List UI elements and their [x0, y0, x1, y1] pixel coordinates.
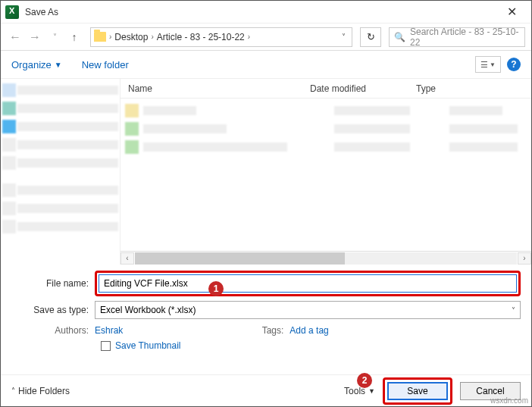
col-name[interactable]: Name [120, 83, 310, 94]
authors-value[interactable]: Eshrak [95, 325, 123, 336]
form-area: File name: Save as type: Excel Workbook … [1, 265, 531, 358]
col-date[interactable]: Date modified [310, 83, 416, 94]
chevron-down-icon: ▼ [55, 61, 62, 69]
save-button[interactable]: Save [387, 382, 448, 400]
save-as-dialog: Save As ✕ ← → ˅ ↑ › Desktop › Article - … [0, 0, 532, 407]
file-list-body[interactable] [120, 99, 531, 251]
refresh-button[interactable]: ↻ [360, 27, 381, 47]
col-type[interactable]: Type [416, 83, 531, 94]
footer: ˄ Hide Folders Tools ▼ Save Cancel [1, 374, 531, 406]
scroll-right-button[interactable]: › [518, 252, 531, 265]
checkbox-icon [101, 341, 111, 351]
tags-value[interactable]: Add a tag [289, 325, 328, 336]
folder-icon [94, 32, 106, 42]
chevron-right-icon: › [248, 33, 250, 41]
recent-dropdown[interactable]: ˅ [46, 29, 63, 45]
title-bar: Save As ✕ [1, 1, 531, 23]
address-bar[interactable]: › Desktop › Article - 83 - 25-10-22 › ˅ [90, 27, 352, 47]
search-input[interactable]: 🔍 Search Article - 83 - 25-10-22 [389, 27, 525, 47]
breadcrumb-folder[interactable]: Article - 83 - 25-10-22 [154, 32, 248, 42]
tags-label: Tags: [252, 325, 289, 336]
filename-input[interactable] [99, 274, 517, 293]
search-icon: 🔍 [394, 32, 405, 42]
nav-tree[interactable] [1, 79, 120, 265]
up-button[interactable]: ↑ [66, 29, 83, 45]
scroll-thumb[interactable] [135, 252, 345, 265]
body-area: Name Date modified Type ‹ › [1, 78, 531, 265]
chevron-down-icon: ▼ [490, 61, 496, 68]
chevron-down-icon: ˅ [512, 306, 515, 315]
window-title: Save As [25, 7, 496, 17]
save-type-label: Save as type: [11, 305, 95, 315]
excel-icon [5, 5, 19, 19]
annotation-2: 2 [357, 373, 372, 388]
column-headers[interactable]: Name Date modified Type [120, 79, 531, 99]
toolbar: Organize ▼ New folder ☰ ▼ ? [1, 51, 531, 78]
save-thumbnail-checkbox[interactable]: Save Thumbnail [101, 340, 521, 351]
hide-folders-button[interactable]: ˄ Hide Folders [11, 386, 70, 396]
save-type-combo[interactable]: Excel Workbook (*.xlsx) ˅ [95, 301, 521, 319]
organize-menu[interactable]: Organize ▼ [11, 59, 62, 70]
authors-label: Authors: [11, 325, 95, 336]
new-folder-button[interactable]: New folder [82, 59, 129, 70]
scroll-left-button[interactable]: ‹ [120, 252, 134, 265]
chevron-down-icon: ▼ [368, 387, 375, 395]
scroll-track[interactable] [135, 252, 517, 265]
horizontal-scrollbar[interactable]: ‹ › [120, 251, 531, 265]
chevron-up-icon: ˄ [11, 387, 15, 395]
nav-bar: ← → ˅ ↑ › Desktop › Article - 83 - 25-10… [1, 23, 531, 51]
tools-menu[interactable]: Tools ▼ [344, 386, 375, 396]
file-list: Name Date modified Type ‹ › [120, 79, 531, 265]
filename-label: File name: [11, 278, 95, 289]
list-view-icon: ☰ [480, 60, 488, 70]
watermark: wsxdn.com [490, 396, 528, 405]
search-placeholder: Search Article - 83 - 25-10-22 [410, 27, 520, 48]
annotation-1: 1 [208, 281, 224, 296]
breadcrumb-desktop[interactable]: Desktop [111, 32, 151, 42]
help-button[interactable]: ? [507, 58, 521, 71]
view-options-button[interactable]: ☰ ▼ [475, 56, 501, 73]
close-button[interactable]: ✕ [496, 5, 527, 19]
back-button[interactable]: ← [7, 29, 23, 45]
address-dropdown[interactable]: ˅ [339, 33, 349, 41]
forward-button[interactable]: → [27, 29, 43, 45]
